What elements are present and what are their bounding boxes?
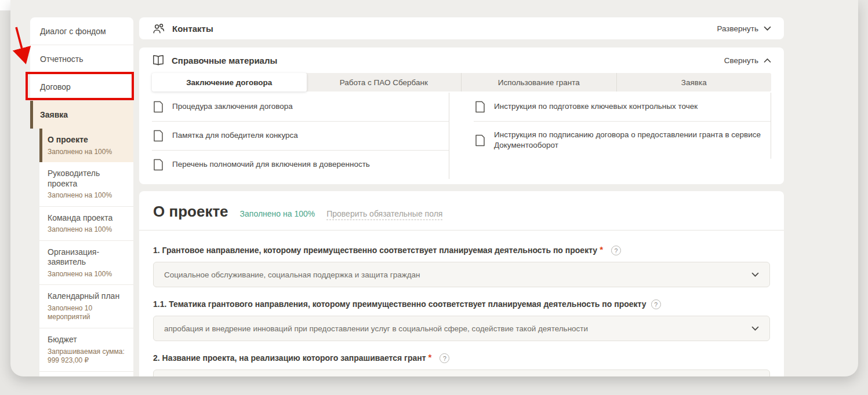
subitem-status: Заполнено на 100%: [48, 148, 126, 157]
materials-title: Справочные материалы: [172, 56, 277, 65]
page-title: О проекте: [153, 203, 228, 221]
document-icon: [153, 159, 164, 171]
subitem-status: Заполнено на 100%: [48, 270, 126, 279]
tab-grant-usage[interactable]: Использование гранта: [462, 73, 617, 92]
sidebar-subitem-team[interactable]: Команда проекта Заполнено на 100%: [39, 207, 133, 241]
subitem-status: Заполнено 10 мероприятий: [48, 304, 126, 322]
sidebar: Диалог с фондом Отчетность Договор Заявк…: [30, 17, 133, 376]
tab-application[interactable]: Заявка: [617, 73, 772, 92]
collapse-label: Свернуть: [724, 56, 758, 65]
project-header: О проекте Заполнено на 100% Проверить об…: [139, 191, 784, 231]
doc-link-winner-memo[interactable]: Памятка для победителя конкурса: [152, 122, 449, 151]
doc-link-signing-instruction[interactable]: Инструкция по подписанию договора о пред…: [474, 122, 771, 159]
document-icon: [153, 101, 164, 113]
grant-direction-select[interactable]: Социальное обслуживание, социальная подд…: [153, 262, 770, 287]
doc-link-key-points[interactable]: Инструкция по подготовке ключевых контро…: [474, 93, 771, 122]
tab-sberbank[interactable]: Работа с ПАО Сбербанк: [307, 73, 462, 92]
help-icon[interactable]: ?: [611, 246, 621, 255]
subitem-status: Запрашиваемая сумма: 999 923,00 ₽: [48, 348, 126, 365]
question-text: 1.1. Тематика грантового направления, ко…: [153, 299, 647, 309]
question-1-label: 1. Грантовое направление, которому преим…: [153, 246, 770, 255]
select-value: апробация и внедрение инноваций при пред…: [164, 324, 588, 333]
materials-panel: Справочные материалы Свернуть Заключение…: [139, 47, 784, 184]
app-page: Диалог с фондом Отчетность Договор Заявк…: [10, 0, 858, 376]
sidebar-item-label: Отчетность: [40, 54, 83, 64]
chevron-down-icon: [764, 26, 771, 31]
sidebar-item-label: Заявка: [40, 110, 68, 119]
sidebar-subitem-calendar-plan[interactable]: Календарный план Заполнено 10 мероприяти…: [39, 285, 133, 328]
doc-column-left: Процедура заключения договора Памятка дл…: [152, 93, 449, 179]
sidebar-subitem-about-project[interactable]: О проекте Заполнено на 100%: [39, 129, 133, 162]
subitem-label: Руководитель проекта: [48, 169, 126, 189]
subitem-label: Организация-заявитель: [48, 247, 126, 268]
check-required-fields-link[interactable]: Проверить обязательные поля: [326, 209, 442, 220]
doc-label: Инструкция по подготовке ключевых контро…: [494, 101, 698, 112]
project-name-input[interactable]: [153, 370, 770, 376]
expand-label: Развернуть: [717, 24, 758, 33]
question-1-1-label: 1.1. Тематика грантового направления, ко…: [153, 299, 770, 309]
sidebar-subitem-project-lead[interactable]: Руководитель проекта Заполнено на 100%: [39, 162, 133, 207]
document-icon: [153, 130, 164, 142]
project-form: 1. Грантовое направление, которому преим…: [139, 231, 784, 376]
required-marker: *: [600, 244, 603, 254]
question-text: 2. Название проекта, на реализацию котор…: [153, 353, 426, 363]
subitem-label: Команда проекта: [48, 213, 126, 224]
question-text: 1. Грантовое направление, которому преим…: [153, 246, 597, 255]
document-icon: [475, 134, 485, 147]
contacts-panel: Контакты Развернуть: [139, 17, 784, 39]
doc-label: Инструкция по подписанию договора о пред…: [494, 130, 765, 151]
sidebar-item-dialog[interactable]: Диалог с фондом: [30, 17, 133, 45]
help-icon[interactable]: ?: [651, 299, 661, 309]
people-icon: [152, 22, 165, 35]
sidebar-item-reporting[interactable]: Отчетность: [30, 45, 133, 73]
book-icon: [152, 54, 165, 66]
sidebar-subitem-submission[interactable]: Подача заявки Дата подачи: 16.10.2023: [39, 372, 133, 376]
materials-collapse-button[interactable]: Свернуть: [724, 56, 771, 65]
document-icon: [475, 101, 485, 113]
sidebar-item-label: Диалог с фондом: [40, 27, 106, 36]
tab-label: Использование гранта: [498, 78, 580, 87]
materials-tabbar: Заключение договора Работа с ПАО Сбербан…: [152, 73, 771, 92]
chevron-down-icon: [751, 326, 759, 331]
doc-label: Процедура заключения договора: [172, 101, 293, 112]
chevron-down-icon: [751, 272, 759, 277]
question-2-label: 2. Название проекта, на реализацию котор…: [153, 353, 770, 363]
annotation-arrow: [12, 24, 32, 68]
materials-doc-list: Процедура заключения договора Памятка дл…: [139, 92, 784, 179]
materials-header: Справочные материалы Свернуть: [139, 47, 784, 73]
tab-label: Заключение договора: [186, 78, 272, 87]
subitem-label: О проекте: [48, 135, 126, 145]
subitem-label: Бюджет: [48, 335, 126, 345]
subitem-status: Заполнено на 100%: [48, 191, 126, 200]
doc-link-procedure[interactable]: Процедура заключения договора: [152, 93, 449, 122]
subitem-label: Календарный план: [48, 291, 126, 302]
tab-label: Заявка: [681, 78, 707, 87]
grant-topic-select[interactable]: апробация и внедрение инноваций при пред…: [153, 316, 770, 341]
sidebar-subitem-budget[interactable]: Бюджет Запрашиваемая сумма: 999 923,00 ₽: [39, 328, 133, 372]
sidebar-application-sections: О проекте Заполнено на 100% Руководитель…: [39, 129, 133, 376]
doc-column-right: Инструкция по подготовке ключевых контро…: [474, 93, 771, 179]
sidebar-item-contract[interactable]: Договор: [30, 73, 133, 101]
sidebar-subitem-organization[interactable]: Организация-заявитель Заполнено на 100%: [39, 241, 133, 286]
chevron-up-icon: [764, 58, 771, 63]
contacts-title: Контакты: [172, 24, 213, 34]
sidebar-item-application[interactable]: Заявка: [30, 101, 133, 129]
sidebar-item-label: Договор: [40, 82, 71, 92]
required-marker: *: [428, 352, 432, 362]
help-icon[interactable]: ?: [440, 353, 449, 363]
select-value: Социальное обслуживание, социальная подд…: [164, 270, 420, 279]
subitem-status: Заполнено на 100%: [48, 225, 126, 235]
tab-contract-conclusion[interactable]: Заключение договора: [152, 73, 307, 92]
tab-label: Работа с ПАО Сбербанк: [340, 78, 428, 87]
completion-status: Заполнено на 100%: [240, 209, 315, 218]
doc-label: Памятка для победителя конкурса: [172, 130, 298, 141]
window-corner: [0, 0, 10, 10]
about-project-panel: О проекте Заполнено на 100% Проверить об…: [139, 191, 784, 376]
doc-label: Перечень полномочий для включения в дове…: [172, 159, 370, 170]
contacts-expand-button[interactable]: Развернуть: [717, 24, 771, 33]
doc-link-powers-list[interactable]: Перечень полномочий для включения в дове…: [152, 151, 449, 179]
